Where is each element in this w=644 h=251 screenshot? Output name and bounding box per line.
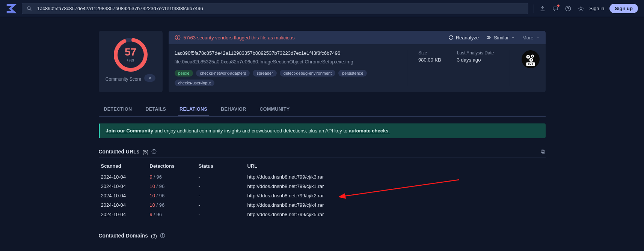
svg-point-9 — [150, 77, 151, 78]
notifications-icon[interactable] — [552, 5, 559, 12]
svg-point-18 — [531, 59, 532, 60]
reanalyze-button[interactable]: Reanalyze — [448, 35, 479, 41]
score-total: / 63 — [127, 58, 134, 63]
svg-text:EXE: EXE — [528, 63, 533, 66]
svg-point-8 — [149, 77, 149, 78]
tag-chip[interactable]: peexe — [175, 70, 193, 77]
sign-up-button[interactable]: Sign up — [609, 4, 638, 13]
svg-point-17 — [532, 56, 533, 57]
search-icon — [26, 5, 33, 12]
col-scanned[interactable]: Scanned — [99, 160, 148, 172]
search-input[interactable] — [36, 5, 524, 12]
cell-detections: 10 / 96 — [148, 182, 196, 191]
col-url[interactable]: URL — [245, 160, 546, 172]
score-card: 57 / 63 Community Score — [99, 31, 163, 92]
table-row[interactable]: 2024-10-0410 / 96-http://ddos.dnsnb8.net… — [99, 191, 546, 200]
top-icons — [539, 5, 584, 12]
col-status[interactable]: Status — [196, 160, 245, 172]
svg-rect-2 — [553, 7, 558, 10]
svg-point-23 — [154, 150, 154, 151]
similar-label: Similar — [494, 35, 509, 41]
svg-point-5 — [580, 8, 582, 9]
tab-detection[interactable]: DETECTION — [103, 103, 134, 116]
col-detections[interactable]: Detections — [148, 160, 196, 172]
cell-status: - — [196, 210, 245, 219]
cell-url: http://ddos.dnsnb8.net:799/cj/k3.rar — [245, 172, 546, 182]
section-contacted-domains: Contacted Domains (3) — [99, 230, 546, 242]
cell-scanned: 2024-10-04 — [99, 200, 148, 210]
info-top-bar: 57/63 security vendors flagged this file… — [169, 31, 546, 44]
svg-rect-25 — [541, 150, 544, 152]
cell-status: - — [196, 191, 245, 200]
tab-details[interactable]: DETAILS — [144, 103, 167, 116]
score-value: 57 — [125, 46, 136, 58]
section-title: Contacted Domains — [99, 233, 148, 239]
tag-chips: peexe checks-network-adapters spreader d… — [175, 70, 396, 86]
file-name: file.0xca82b85325a0.0xca82b7e06c80.Image… — [175, 59, 396, 65]
tag-chip[interactable]: detect-debug-environment — [280, 70, 335, 77]
tab-community[interactable]: COMMUNITY — [258, 103, 291, 116]
more-dropdown[interactable]: More — [522, 35, 540, 41]
tag-chip[interactable]: checks-user-input — [175, 80, 215, 86]
automate-checks-link[interactable]: automate checks. — [349, 128, 390, 134]
tag-chip[interactable]: checks-network-adapters — [196, 70, 250, 77]
table-row[interactable]: 2024-10-0410 / 96-http://ddos.dnsnb8.net… — [99, 182, 546, 191]
top-bar: Sign in Sign up — [0, 0, 644, 17]
size-value: 980.00 KB — [418, 57, 441, 63]
detection-donut: 57 / 63 — [112, 36, 149, 74]
info-icon[interactable] — [151, 149, 157, 154]
help-icon[interactable] — [565, 5, 572, 12]
copy-icon[interactable] — [540, 149, 546, 154]
cell-scanned: 2024-10-04 — [99, 182, 148, 191]
cell-url: http://ddos.dnsnb8.net:799/cj/k4.rar — [245, 200, 546, 210]
info-card: 57/63 security vendors flagged this file… — [169, 31, 546, 92]
urls-table: Scanned Detections Status URL 2024-10-04… — [99, 160, 546, 219]
banner-text: and enjoy additional community insights … — [153, 128, 349, 134]
svg-point-0 — [27, 6, 30, 9]
cell-scanned: 2024-10-04 — [99, 172, 148, 182]
more-label: More — [522, 35, 534, 41]
size-meta: Size 980.00 KB — [418, 50, 446, 86]
table-row[interactable]: 2024-10-0410 / 96-http://ddos.dnsnb8.net… — [99, 200, 546, 210]
malicious-flag-text: 57/63 security vendors flagged this file… — [184, 35, 295, 41]
malicious-flag: 57/63 security vendors flagged this file… — [175, 35, 295, 41]
tag-chip[interactable]: spreader — [253, 70, 276, 77]
cell-url: http://ddos.dnsnb8.net:799/cj/k5.rar — [245, 210, 546, 219]
section-count: (3) — [151, 233, 157, 239]
cell-status: - — [196, 172, 245, 182]
community-score-label: Community Score — [106, 77, 141, 83]
tab-relations[interactable]: RELATIONS — [178, 103, 209, 116]
search-bar[interactable] — [22, 3, 528, 14]
file-meta: 1ac890f5fa78c857de42a112983357b0892537b7… — [175, 50, 396, 86]
table-row[interactable]: 2024-10-049 / 96-http://ddos.dnsnb8.net:… — [99, 210, 546, 219]
tabs: DETECTION DETAILS RELATIONS BEHAVIOR COM… — [99, 103, 546, 117]
separator — [534, 5, 534, 13]
section-count: (5) — [142, 149, 148, 155]
svg-rect-24 — [542, 151, 544, 153]
theme-toggle-icon[interactable] — [578, 5, 584, 12]
cell-detections: 10 / 96 — [148, 191, 196, 200]
section-title: Contacted URLs — [99, 149, 140, 155]
cell-detections: 10 / 96 — [148, 200, 196, 210]
similar-dropdown[interactable]: Similar — [486, 35, 515, 41]
cell-url: http://ddos.dnsnb8.net:799/cj/k1.rar — [245, 182, 546, 191]
cell-scanned: 2024-10-04 — [99, 210, 148, 219]
svg-point-4 — [568, 10, 568, 10]
cell-detections: 9 / 96 — [148, 210, 196, 219]
join-community-link[interactable]: Join our Community — [106, 128, 153, 134]
community-score-pill[interactable] — [144, 74, 155, 82]
tag-chip[interactable]: persistence — [338, 70, 367, 77]
file-hash[interactable]: 1ac890f5fa78c857de42a112983357b0892537b7… — [175, 50, 396, 56]
table-row[interactable]: 2024-10-049 / 96-http://ddos.dnsnb8.net:… — [99, 172, 546, 182]
svg-point-29 — [162, 234, 163, 235]
tab-behavior[interactable]: BEHAVIOR — [219, 103, 247, 116]
upload-icon[interactable] — [539, 5, 546, 12]
sign-in-link[interactable]: Sign in — [590, 6, 605, 11]
file-type-icon: EXE — [522, 50, 540, 68]
main-content: 57 / 63 Community Score 57/63 security v… — [99, 17, 546, 251]
analysis-value: 3 days ago — [457, 57, 494, 63]
cell-detections: 9 / 96 — [148, 172, 196, 182]
info-icon[interactable] — [160, 233, 165, 238]
size-label: Size — [418, 50, 441, 56]
site-logo[interactable] — [6, 3, 17, 14]
